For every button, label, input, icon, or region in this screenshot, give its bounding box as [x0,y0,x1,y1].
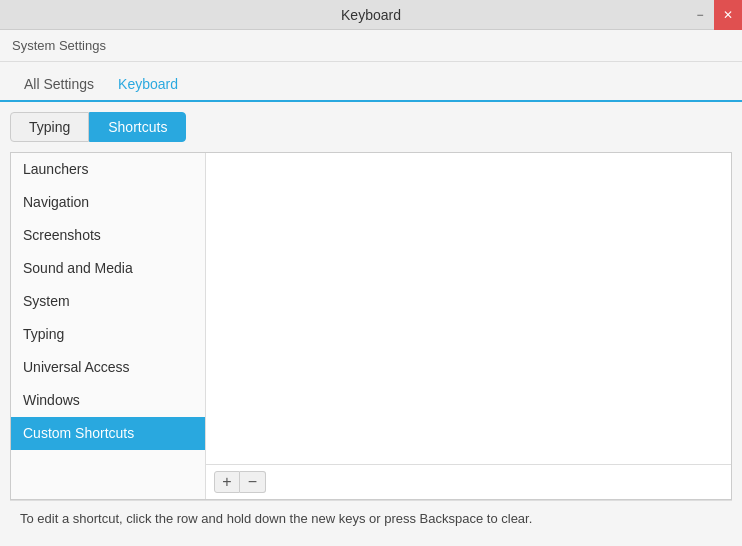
sidebar-item-windows[interactable]: Windows [11,384,205,417]
subtab-shortcuts[interactable]: Shortcuts [89,112,186,142]
main-panel: Launchers Navigation Screenshots Sound a… [10,152,732,500]
sidebar-item-launchers[interactable]: Launchers [11,153,205,186]
hint-text: To edit a shortcut, click the row and ho… [10,500,732,537]
sidebar-item-navigation[interactable]: Navigation [11,186,205,219]
window-controls: − ✕ [686,0,742,30]
add-shortcut-button[interactable]: + [214,471,240,493]
content-area: Typing Shortcuts Launchers Navigation Sc… [0,102,742,546]
window-title: Keyboard [341,7,401,23]
sub-tabs: Typing Shortcuts [10,112,732,142]
sidebar-item-screenshots[interactable]: Screenshots [11,219,205,252]
sidebar-item-custom-shortcuts[interactable]: Custom Shortcuts [11,417,205,450]
detail-content [206,153,731,464]
sidebar-item-sound-and-media[interactable]: Sound and Media [11,252,205,285]
close-button[interactable]: ✕ [714,0,742,30]
tab-keyboard[interactable]: Keyboard [106,68,190,102]
sidebar-item-typing[interactable]: Typing [11,318,205,351]
nav-tabs: All Settings Keyboard [0,62,742,102]
remove-shortcut-button[interactable]: − [240,471,266,493]
system-settings-label: System Settings [0,30,742,62]
main-window: Keyboard − ✕ System Settings All Setting… [0,0,742,546]
minimize-button[interactable]: − [686,0,714,30]
subtab-typing[interactable]: Typing [10,112,89,142]
sidebar-list: Launchers Navigation Screenshots Sound a… [11,153,206,499]
title-bar: Keyboard − ✕ [0,0,742,30]
sidebar-item-universal-access[interactable]: Universal Access [11,351,205,384]
detail-panel: + − [206,153,731,499]
tab-all-settings[interactable]: All Settings [12,68,106,102]
bottom-bar: + − [206,464,731,499]
sidebar-item-system[interactable]: System [11,285,205,318]
